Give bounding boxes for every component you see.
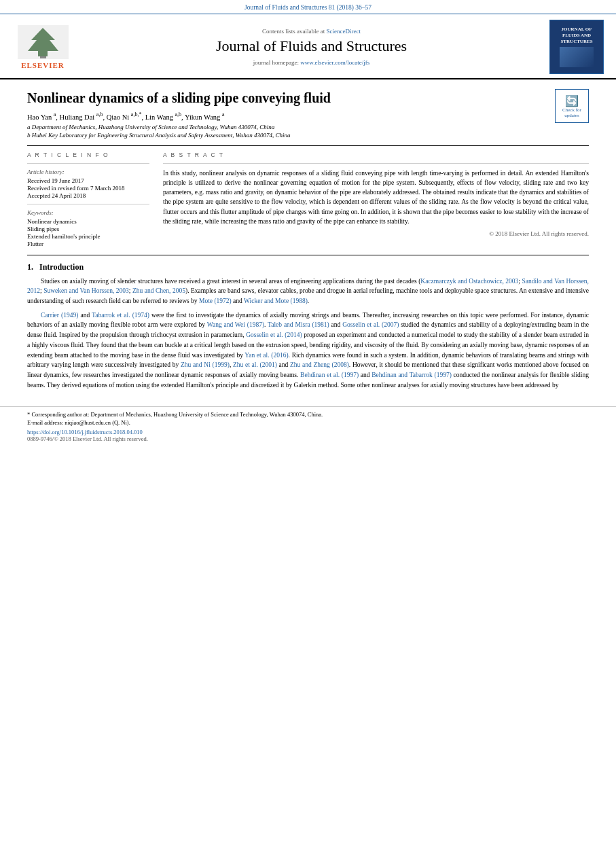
keyword-3: Extended hamilton's principle	[27, 233, 149, 240]
revised-date: Received in revised form 7 March 2018	[27, 185, 149, 192]
top-journal-ref: Journal of Fluids and Structures 81 (201…	[0, 0, 616, 14]
sciencedirect-link[interactable]: ScienceDirect	[327, 28, 361, 35]
page: Journal of Fluids and Structures 81 (201…	[0, 0, 616, 841]
article-title: Nonlinear dynamics of a sliding pipe con…	[27, 90, 589, 106]
intro-paragraph-1: Studies on axially moving of slender str…	[27, 276, 589, 306]
article-info-label: A R T I C L E I N F O	[27, 151, 149, 158]
divider-1	[27, 163, 149, 164]
keyword-4: Flutter	[27, 240, 149, 247]
contents-line: Contents lists available at ScienceDirec…	[80, 28, 543, 35]
ref-zhu-2001[interactable]: Zhu et al. (2001)	[233, 361, 277, 368]
keyword-1: Nonlinear dynamics	[27, 218, 149, 225]
homepage-url[interactable]: www.elsevier.com/locate/jfs	[300, 59, 369, 66]
elsevier-brand-text: ELSEVIER	[21, 61, 65, 69]
ref-zhu-ni[interactable]: Zhu and Ni (1999)	[181, 361, 230, 368]
ref-suweken[interactable]: Suweken and Van Horssen, 2003	[43, 287, 129, 294]
ref-behdinan-tabarrok[interactable]: Behdinan and Tabarrok (1997)	[372, 372, 452, 378]
ref-zhu-zheng[interactable]: Zhu and Zheng (2008)	[290, 361, 349, 368]
divider-2	[27, 204, 149, 204]
keyword-2: Sliding pipes	[27, 226, 149, 232]
abstract-column: A B S T R A C T In this study, nonlinear…	[163, 151, 589, 248]
article-content: 🔄 Check for updates Nonlinear dynamics o…	[0, 79, 616, 401]
elsevier-logo-svg	[18, 25, 69, 59]
ref-zhu-chen[interactable]: Zhu and Chen, 2005	[132, 287, 185, 294]
ref-yan-2016[interactable]: Yan et al. (2016)	[244, 352, 288, 359]
issn-line: 0889-9746/© 2018 Elsevier Ltd. All right…	[27, 435, 589, 442]
intro-title: 1. Introduction	[27, 262, 589, 272]
journal-badge: JOURNAL OFFLUIDS ANDSTRUCTURES	[549, 20, 604, 74]
affiliation-a: a Department of Mechanics, Huazhong Univ…	[27, 124, 589, 130]
history-label: Article history:	[27, 168, 149, 175]
journal-ref-text: Journal of Fluids and Structures 81 (201…	[244, 4, 372, 11]
elsevier-logo: ELSEVIER	[12, 25, 73, 69]
ref-wang-wei[interactable]: Wang and Wei (1987)	[207, 321, 264, 328]
article-info-column: A R T I C L E I N F O Article history: R…	[27, 151, 149, 248]
ref-mote[interactable]: Mote (1972)	[199, 298, 232, 304]
doi-link[interactable]: https://doi.org/10.1016/j.jfluidstructs.…	[27, 429, 589, 435]
svg-rect-2	[40, 56, 46, 58]
ref-wicker[interactable]: Wicker and Mote (1988)	[244, 298, 308, 304]
header-center: Contents lists available at ScienceDirec…	[80, 28, 543, 66]
journal-title-header: Journal of Fluids and Structures	[80, 37, 543, 55]
introduction-section: 1. Introduction Studies on axially movin…	[27, 262, 589, 391]
authors-line: Hao Yan a, Huliang Dai a,b, Qiao Ni a,b,…	[27, 111, 589, 121]
ref-taleb[interactable]: Taleb and Misra (1981)	[268, 321, 329, 328]
ref-gosselin-2007[interactable]: Gosselin et al. (2007)	[342, 321, 399, 328]
ref-kaczmarczyk[interactable]: Kaczmarczyk and Ostachowicz, 2003	[420, 278, 518, 285]
section-divider	[27, 255, 589, 255]
ref-carrier[interactable]: Carrier (1949)	[41, 312, 78, 319]
abstract-divider	[163, 163, 589, 164]
journal-header: ELSEVIER Contents lists available at Sci…	[0, 14, 616, 79]
corresponding-author-note: * Corresponding author at: Department of…	[27, 411, 589, 418]
badge-title: JOURNAL OFFLUIDS ANDSTRUCTURES	[560, 26, 592, 45]
intro-paragraph-2: Carrier (1949) and Tabarrok et al. (1974…	[27, 310, 589, 391]
footnote-section: * Corresponding author at: Department of…	[0, 406, 616, 442]
ref-gosselin-2014[interactable]: Gosselin et al. (2014)	[246, 332, 302, 338]
abstract-text: In this study, nonlinear analysis on dyn…	[163, 168, 589, 227]
ref-behdinan-1997[interactable]: Behdinan et al. (1997)	[300, 372, 359, 378]
article-info-abstract: A R T I C L E I N F O Article history: R…	[27, 145, 589, 248]
received-date: Received 19 June 2017	[27, 177, 149, 184]
abstract-label: A B S T R A C T	[163, 151, 589, 158]
ref-tabarrok[interactable]: Tabarrok et al. (1974)	[92, 312, 149, 319]
homepage-line: journal homepage: www.elsevier.com/locat…	[80, 59, 543, 66]
keywords-label: Keywords:	[27, 209, 149, 216]
affiliation-b: b Hubei Key Laboratory for Engineering S…	[27, 132, 589, 139]
check-for-updates-badge: 🔄 Check for updates	[555, 89, 589, 123]
accepted-date: Accepted 24 April 2018	[27, 192, 149, 199]
copyright-line: © 2018 Elsevier Ltd. All rights reserved…	[163, 230, 589, 237]
email-note: E-mail address: niqiao@hust.edu.cn (Q. N…	[27, 419, 589, 426]
